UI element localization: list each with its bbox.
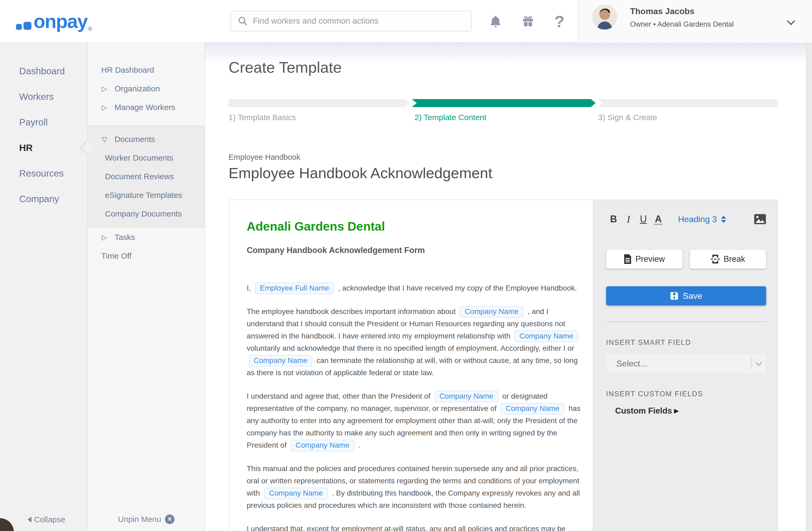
- arrow-right-icon: ▶: [674, 408, 679, 414]
- chat-widget-button[interactable]: [0, 518, 14, 531]
- user-role: Owner • Adenali Gardens Dental: [630, 20, 734, 29]
- submenu-item-label: Documents: [115, 135, 155, 144]
- primary-sidebar: DashboardWorkersPayrollHRResourcesCompan…: [0, 43, 88, 531]
- gift-icon: [521, 14, 535, 28]
- whats-new-button[interactable]: [516, 0, 540, 43]
- triangle-right-icon: ▷: [102, 103, 107, 112]
- smart-field-chip[interactable]: Company Name: [501, 403, 564, 415]
- form-title: Company Handbook Acknowledgement Form: [247, 245, 585, 255]
- save-label: Save: [683, 291, 702, 301]
- insert-image-button[interactable]: [754, 214, 766, 224]
- triangle-right-icon: ▷: [102, 233, 107, 241]
- heading-style-value: Heading 3: [678, 215, 717, 224]
- global-search[interactable]: [230, 11, 472, 31]
- document-paragraph-5: I understand that, except for employment…: [247, 523, 585, 531]
- smart-field-chip[interactable]: Company Name: [515, 330, 578, 342]
- vertical-scrollbar[interactable]: [806, 43, 812, 531]
- submenu-item-label: HR Dashboard: [101, 65, 154, 75]
- step-label-1[interactable]: 1) Template Basics: [229, 113, 296, 122]
- bold-button[interactable]: B: [606, 213, 621, 225]
- chevron-down-icon: [787, 17, 795, 25]
- preview-button[interactable]: Preview: [606, 250, 683, 269]
- document-body: I, Employee Full Name , acknowledge that…: [247, 282, 585, 531]
- underline-button[interactable]: U: [636, 213, 651, 225]
- submenu-item-manage-workers[interactable]: ▷Manage Workers: [88, 98, 205, 117]
- submenu-item-company-documents[interactable]: Company Documents: [88, 205, 205, 223]
- custom-fields-link[interactable]: Custom Fields ▶: [615, 406, 766, 416]
- template-category-label: Employee Handbook: [229, 153, 812, 162]
- step-label-3[interactable]: 3) Sign & Create: [598, 113, 657, 122]
- image-icon: [754, 214, 766, 224]
- submenu-item-esignature-templates[interactable]: eSignature Templates: [88, 186, 205, 205]
- document-editor[interactable]: Adenali Gardens Dental Company Handbook …: [229, 200, 593, 531]
- text-color-button[interactable]: A: [651, 213, 666, 225]
- save-icon: [670, 292, 679, 300]
- submenu-item-hr-dashboard[interactable]: HR Dashboard: [88, 61, 205, 79]
- document-paragraph-4: This manual and the policies and procedu…: [247, 462, 585, 512]
- smart-field-select[interactable]: Select...: [606, 354, 766, 373]
- search-icon: [238, 16, 247, 26]
- submenu-item-label: Worker Documents: [105, 153, 173, 162]
- sidebar-item-resources[interactable]: Resources: [0, 161, 87, 186]
- italic-button[interactable]: I: [621, 213, 636, 225]
- sidebar-item-workers[interactable]: Workers: [0, 84, 87, 109]
- smart-field-chip[interactable]: Company Name: [460, 306, 523, 318]
- insert-custom-fields-label: INSERT CUSTOM FIELDS: [606, 390, 766, 398]
- notifications-button[interactable]: [483, 0, 508, 43]
- sidebar-item-company[interactable]: Company: [0, 186, 87, 212]
- save-button[interactable]: Save: [606, 286, 766, 306]
- triangle-right-icon: ▷: [102, 85, 107, 93]
- insert-smart-field-label: INSERT SMART FIELD: [606, 338, 766, 347]
- bell-icon: [489, 14, 503, 28]
- submenu-item-document-reviews[interactable]: Document Reviews: [88, 167, 205, 186]
- submenu-item-label: Manage Workers: [115, 103, 175, 112]
- onpay-logo-text: onpay: [33, 10, 87, 32]
- smart-field-chip[interactable]: Company Name: [249, 355, 312, 367]
- help-button[interactable]: ?: [548, 0, 571, 43]
- template-title: Employee Handbook Acknowledgement: [229, 164, 812, 182]
- submenu-item-label: eSignature Templates: [105, 191, 182, 200]
- onpay-logo[interactable]: onpay ®: [16, 10, 92, 32]
- top-header: onpay ® ? Thomas Jacobs Owner • Adenali …: [0, 0, 812, 43]
- sort-arrows-icon: [721, 216, 726, 223]
- wizard-progress: 1) Template Basics2) Template Content3) …: [229, 99, 778, 123]
- unpin-menu-button[interactable]: Unpin Menu ✕: [88, 515, 205, 524]
- submenu-section: ▷TasksTime Off: [88, 227, 205, 265]
- submenu-item-worker-documents[interactable]: Worker Documents: [88, 149, 205, 167]
- smart-field-chip[interactable]: Employee Full Name: [255, 282, 334, 294]
- app-window: onpay ® ? Thomas Jacobs Owner • Adenali …: [0, 0, 812, 531]
- template-editor-card: Adenali Gardens Dental Company Handbook …: [229, 200, 778, 531]
- sidebar-item-dashboard[interactable]: Dashboard: [0, 58, 87, 84]
- smart-field-chip[interactable]: Company Name: [264, 488, 328, 499]
- hr-submenu: HR Dashboard▷Organization▷Manage Workers…: [88, 43, 205, 531]
- submenu-item-label: Organization: [115, 84, 160, 93]
- submenu-item-organization[interactable]: ▷Organization: [88, 79, 205, 98]
- user-name: Thomas Jacobs: [630, 6, 695, 16]
- heading-style-select[interactable]: Heading 3: [678, 215, 726, 224]
- document-paragraph-2: The employee handbook describes importan…: [247, 306, 585, 379]
- submenu-item-tasks[interactable]: ▷Tasks: [88, 228, 205, 247]
- onpay-logo-mark-icon: [16, 10, 33, 32]
- submenu-item-documents[interactable]: ▽Documents: [88, 130, 205, 149]
- smart-field-chip[interactable]: Company Name: [291, 440, 354, 452]
- collapse-sidebar-button[interactable]: Collapse: [28, 515, 65, 524]
- submenu-section: HR Dashboard▷Organization▷Manage Workers: [88, 43, 205, 117]
- company-heading: Adenali Gardens Dental: [247, 219, 585, 234]
- break-label: Break: [724, 254, 745, 264]
- search-input[interactable]: [253, 16, 461, 26]
- sidebar-item-hr[interactable]: HR: [0, 135, 87, 161]
- submenu-item-label: Document Reviews: [105, 172, 174, 181]
- submenu-item-time-off[interactable]: Time Off: [88, 247, 205, 265]
- page-title: Create Template: [229, 58, 812, 77]
- step-label-2[interactable]: 2) Template Content: [415, 113, 487, 122]
- progress-segment-2: [412, 99, 596, 107]
- smart-field-chip[interactable]: Company Name: [435, 390, 498, 402]
- sidebar-item-payroll[interactable]: Payroll: [0, 109, 87, 135]
- unpin-label: Unpin Menu: [118, 515, 161, 524]
- collapse-label: Collapse: [34, 515, 65, 524]
- user-menu[interactable]: Thomas Jacobs Owner • Adenali Gardens De…: [578, 0, 812, 43]
- break-button[interactable]: Break: [690, 250, 766, 269]
- collapse-arrow-icon: [28, 517, 31, 522]
- submenu-item-label: Company Documents: [105, 209, 182, 218]
- document-paragraph-3: I understand and agree that, other than …: [247, 390, 585, 452]
